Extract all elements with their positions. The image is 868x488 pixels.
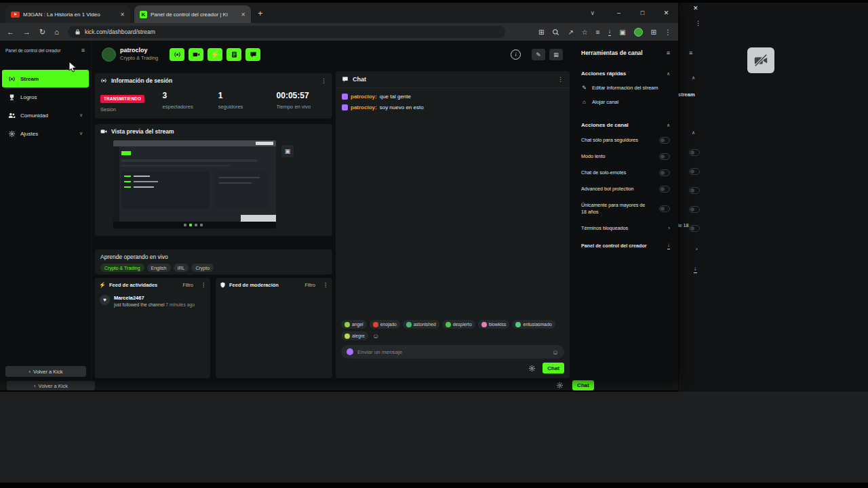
emote-pill[interactable]: despierto: [442, 320, 475, 329]
toggle-bot-protection[interactable]: Advanced bot protection: [573, 181, 676, 197]
sidebar-item-ajustes[interactable]: Ajustes ∨: [2, 125, 89, 142]
info-icon[interactable]: i: [511, 49, 521, 60]
message-username[interactable]: patrocloy: [351, 94, 377, 100]
background-chevron-right-icon: ›: [696, 246, 698, 252]
toggle-emotes-only-chat[interactable]: Chat de solo-emotes: [573, 165, 676, 181]
chat-send-button[interactable]: Chat: [542, 363, 564, 373]
tag[interactable]: English: [147, 264, 171, 272]
activity-filter-button[interactable]: Filtro: [182, 283, 193, 287]
background-window-close-icon[interactable]: ✕: [693, 5, 698, 12]
background-gear-icon[interactable]: [556, 382, 564, 389]
layout-button[interactable]: ⊞: [549, 49, 563, 60]
new-tab-button[interactable]: +: [258, 8, 263, 18]
tab-close-icon[interactable]: ✕: [238, 12, 245, 18]
window-minimize-button[interactable]: –: [607, 3, 631, 23]
toggle-18-plus[interactable]: Únicamente para mayores de 18 años: [573, 197, 676, 220]
notes-action-button[interactable]: [226, 48, 241, 61]
reload-icon[interactable]: ↻: [39, 28, 45, 37]
edit-stream-info-action[interactable]: ✎ Editar información del stream: [573, 81, 676, 95]
emote-pill[interactable]: angel: [341, 320, 367, 329]
chat-input[interactable]: [357, 349, 548, 355]
search-icon[interactable]: [552, 28, 559, 36]
background-toggle[interactable]: [689, 168, 700, 175]
collapse-sidebar-icon[interactable]: ≡: [81, 47, 85, 54]
background-chat-button[interactable]: Chat: [572, 380, 594, 390]
category-tag[interactable]: Crypto & Trading: [100, 264, 144, 272]
back-icon[interactable]: ←: [7, 28, 14, 36]
host-channel-action[interactable]: ⌂ Alojar canal: [573, 95, 676, 109]
stream-action-button[interactable]: [170, 48, 184, 61]
clips-action-button[interactable]: [189, 48, 203, 61]
emote-pill[interactable]: blowkiss: [478, 320, 510, 329]
emote-picker-icon[interactable]: ☺: [372, 332, 379, 340]
toggle-switch[interactable]: [659, 137, 670, 144]
collections-icon[interactable]: ≡: [596, 28, 600, 36]
window-maximize-button[interactable]: □: [631, 3, 654, 23]
tab-kick-dashboard[interactable]: K Panel de control del creador | Ki ✕: [134, 5, 251, 23]
edit-button[interactable]: ✎: [532, 49, 545, 60]
chat-action-button[interactable]: [245, 48, 260, 61]
background-toggle[interactable]: [689, 149, 700, 156]
back-to-kick-button[interactable]: ‹ Volver a Kick: [5, 366, 86, 377]
forward-icon[interactable]: →: [23, 28, 31, 36]
mouse-cursor: [68, 61, 77, 73]
emote-pill[interactable]: enojado: [370, 320, 400, 329]
background-back-to-kick-button[interactable]: ‹ Volver a Kick: [7, 381, 95, 390]
extensions-icon[interactable]: ⊞: [651, 28, 656, 36]
chat-menu-icon[interactable]: ⋮: [557, 76, 564, 83]
toggle-switch[interactable]: [659, 186, 670, 192]
emote-pill[interactable]: astonished: [403, 320, 439, 329]
emoji-icon[interactable]: ☺: [552, 348, 559, 356]
emote-icon: [446, 322, 451, 327]
emote-pill[interactable]: entusiasmado: [512, 320, 555, 329]
panel-menu-icon[interactable]: ⋮: [321, 77, 327, 84]
background-desktop-bottom: [0, 392, 868, 483]
window-close-button[interactable]: ✕: [654, 3, 678, 23]
collapse-panel-icon[interactable]: ≡: [667, 49, 670, 56]
channel-avatar[interactable]: [102, 47, 116, 62]
emote-pill[interactable]: alegre: [341, 331, 368, 340]
home-icon[interactable]: ⌂: [54, 28, 59, 36]
tab-groups-icon[interactable]: ⊞: [538, 28, 544, 36]
toggle-followers-only-chat[interactable]: Chat sólo para seguidores: [573, 132, 676, 148]
tag[interactable]: IRL: [174, 264, 189, 272]
quick-actions-section-header[interactable]: Acciones rápidas ∧: [573, 66, 676, 81]
share-icon[interactable]: ↗: [568, 28, 573, 36]
tag[interactable]: Crypto: [191, 264, 214, 272]
event-username[interactable]: Marcela2467: [114, 295, 195, 301]
sidebar-item-comunidad[interactable]: Comunidad ∨: [2, 106, 89, 124]
background-toggle[interactable]: [689, 187, 700, 194]
chevron-down-icon: ∨: [79, 131, 83, 136]
broadcast-icon: [8, 75, 16, 83]
tab-search-chevron-icon[interactable]: ∨: [590, 9, 595, 16]
background-toggle[interactable]: [689, 225, 700, 232]
browser-profile-avatar[interactable]: [634, 28, 643, 37]
creator-dashboard-link[interactable]: Panel de control del creador ↓: [573, 237, 676, 255]
sidebar-item-logros[interactable]: Logros: [2, 88, 89, 106]
chat-settings-gear-icon[interactable]: [528, 365, 536, 372]
tab-youtube[interactable]: M3GAN : La Historia en 1 Video ✕: [5, 5, 130, 23]
banned-words-link[interactable]: Términos bloqueados ›: [573, 220, 676, 237]
split-screen-icon[interactable]: ▣: [619, 28, 625, 36]
panel-menu-icon[interactable]: ⋮: [323, 282, 328, 288]
background-toggle[interactable]: [689, 206, 700, 213]
message-username[interactable]: patrocloy: [351, 104, 377, 110]
favorites-star-icon[interactable]: ☆: [582, 28, 588, 36]
tab-close-icon[interactable]: ✕: [117, 12, 125, 18]
address-bar[interactable]: kick.com/dashboard/stream: [68, 26, 505, 38]
toggle-switch[interactable]: [659, 205, 670, 212]
toggle-switch[interactable]: [659, 169, 670, 176]
chevron-up-icon: ∧: [667, 123, 670, 128]
downloads-icon[interactable]: ↓: [608, 28, 612, 36]
channel-actions-section-header[interactable]: Acciones de canal ∧: [573, 117, 676, 132]
panel-menu-icon[interactable]: ⋮: [201, 282, 206, 288]
boost-action-button[interactable]: ⚡: [208, 48, 222, 61]
moderation-filter-button[interactable]: Filtro: [304, 283, 315, 287]
stream-preview-thumbnail[interactable]: [113, 140, 276, 228]
toggle-slow-mode[interactable]: Modo lento: [573, 148, 676, 165]
background-window-menu-icon[interactable]: ⋮: [695, 20, 701, 26]
identity-icon[interactable]: [347, 348, 353, 355]
browser-menu-icon[interactable]: ⋮: [665, 28, 671, 36]
toggle-switch[interactable]: [659, 153, 670, 160]
preview-popout-button[interactable]: ▣: [281, 145, 294, 157]
